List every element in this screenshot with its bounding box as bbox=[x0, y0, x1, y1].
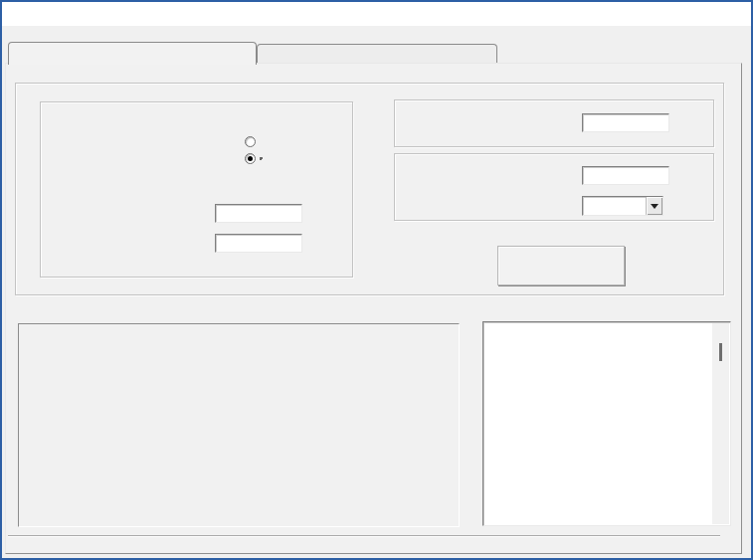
convert-button[interactable] bbox=[497, 246, 625, 285]
output-data-resolution-dropdown-button[interactable] bbox=[646, 197, 662, 215]
output-data-resolution-value bbox=[583, 197, 646, 215]
lift-curves-plot bbox=[19, 324, 459, 526]
radio-inch-icon[interactable] bbox=[245, 136, 256, 147]
output-data-resolution-combo[interactable] bbox=[582, 196, 663, 216]
menu-bar bbox=[2, 2, 751, 26]
from-group bbox=[394, 99, 714, 147]
tab-required-settings[interactable] bbox=[8, 42, 257, 65]
engine-follower-radius-input[interactable] bbox=[582, 113, 669, 132]
status-separator bbox=[8, 535, 720, 537]
data-graph bbox=[18, 323, 460, 527]
result-scrollbar-thumb[interactable] bbox=[719, 343, 722, 361]
conversion-result-list[interactable] bbox=[482, 321, 731, 526]
app-window bbox=[0, 0, 753, 560]
chevron-down-icon bbox=[651, 204, 659, 209]
units-option-mm[interactable] bbox=[245, 151, 261, 165]
tab-additional-information[interactable] bbox=[257, 44, 497, 65]
conversion-result-rows bbox=[489, 324, 710, 525]
base-circle-radius-input[interactable] bbox=[215, 204, 302, 223]
units-option-inch[interactable] bbox=[245, 134, 261, 148]
conversion-setup-group bbox=[15, 83, 724, 295]
required-settings-page bbox=[5, 63, 742, 554]
gage-follower-radius-input[interactable] bbox=[582, 166, 669, 185]
to-group bbox=[394, 153, 714, 221]
general-group bbox=[40, 101, 353, 278]
engine-follower-offset-input[interactable] bbox=[215, 234, 302, 253]
result-scrollbar[interactable] bbox=[712, 323, 729, 524]
radio-mm-icon[interactable] bbox=[245, 153, 256, 164]
